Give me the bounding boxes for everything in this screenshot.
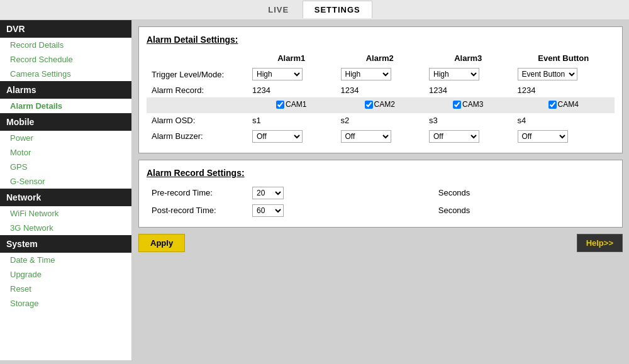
trigger-row: Trigger Level/Mode: High Low High Low xyxy=(147,65,615,83)
col-alarm1: Alarm1 xyxy=(247,51,336,65)
buzzer-alarm2-cell[interactable]: Off On xyxy=(336,128,425,145)
sidebar-item-motor[interactable]: Motor xyxy=(0,145,131,160)
pre-record-row: Pre-record Time: 20 10 30 Seconds xyxy=(147,184,615,202)
alarm-record-event: 1234 xyxy=(513,83,615,97)
top-nav: LIVE SETTINGS xyxy=(0,0,629,20)
trigger-alarm3-select[interactable]: High Low xyxy=(429,68,479,80)
pre-record-select[interactable]: 20 10 30 xyxy=(252,187,284,199)
sidebar-item-power[interactable]: Power xyxy=(0,131,131,145)
cam3-label[interactable]: CAM3 xyxy=(453,100,483,109)
trigger-alarm1-select[interactable]: High Low xyxy=(252,68,303,80)
cam-row: CAM1 CAM2 CAM3 xyxy=(147,97,615,113)
apply-button[interactable]: Apply xyxy=(138,234,185,252)
col-label-empty xyxy=(147,51,247,65)
sidebar-item-3g[interactable]: 3G Network xyxy=(0,221,131,235)
alarm-record-alarm2: 1234 xyxy=(336,83,425,97)
trigger-alarm3-cell[interactable]: High Low xyxy=(424,65,513,83)
alarm-osd-alarm2: s2 xyxy=(336,113,425,128)
sidebar-item-gps[interactable]: GPS xyxy=(0,160,131,174)
trigger-alarm2-select[interactable]: High Low xyxy=(341,68,391,80)
sidebar-item-record-schedule[interactable]: Record Schedule xyxy=(0,52,131,67)
sidebar-header-alarms: Alarms xyxy=(0,81,131,99)
post-record-select[interactable]: 60 30 90 xyxy=(252,204,284,217)
pre-record-value-cell[interactable]: 20 10 30 xyxy=(247,184,436,202)
help-button[interactable]: Help>> xyxy=(577,234,623,252)
cam2-cell[interactable]: CAM2 xyxy=(336,97,425,113)
cam-empty xyxy=(147,97,247,113)
buzzer-alarm3-select[interactable]: Off On xyxy=(429,130,479,143)
alarm-detail-table: Alarm1 Alarm2 Alarm3 Event Button Trigge… xyxy=(147,51,615,145)
post-record-unit: Seconds xyxy=(436,202,615,219)
alarm-buzzer-row: Alarm Buzzer: Off On Off On xyxy=(147,128,615,145)
sidebar-header-mobile: Mobile xyxy=(0,113,131,131)
cam1-cell[interactable]: CAM1 xyxy=(247,97,336,113)
sidebar-header-dvr: DVR xyxy=(0,20,131,38)
buzzer-event-select[interactable]: Off On xyxy=(518,130,568,143)
alarm-osd-label: Alarm OSD: xyxy=(147,113,247,128)
sidebar-item-wifi[interactable]: WiFi Network xyxy=(0,206,131,221)
trigger-event-cell[interactable]: Event Button xyxy=(513,65,615,83)
cam2-checkbox[interactable] xyxy=(365,101,373,109)
cam1-label[interactable]: CAM1 xyxy=(276,100,306,109)
alarm-osd-event: s4 xyxy=(513,113,615,128)
col-alarm3: Alarm3 xyxy=(424,51,513,65)
sidebar-item-record-details[interactable]: Record Details xyxy=(0,38,131,52)
cam4-text: CAM4 xyxy=(558,100,579,109)
cam4-cell[interactable]: CAM4 xyxy=(513,97,615,113)
cam1-text: CAM1 xyxy=(286,100,306,109)
trigger-event-select[interactable]: Event Button xyxy=(518,68,577,80)
sidebar-item-storage[interactable]: Storage xyxy=(0,296,131,311)
alarm-detail-box: Alarm Detail Settings: Alarm1 Alarm2 Ala… xyxy=(138,26,623,153)
post-record-value-cell[interactable]: 60 30 90 xyxy=(247,202,436,219)
buzzer-alarm1-cell[interactable]: Off On xyxy=(247,128,336,145)
sidebar-item-gsensor[interactable]: G-Sensor xyxy=(0,174,131,189)
cam1-checkbox[interactable] xyxy=(276,101,284,109)
alarm-detail-title: Alarm Detail Settings: xyxy=(147,35,615,45)
cam4-label[interactable]: CAM4 xyxy=(548,100,579,109)
record-table: Pre-record Time: 20 10 30 Seconds Post-r… xyxy=(147,184,615,219)
alarm-record-label: Alarm Record: xyxy=(147,83,247,97)
col-event-button: Event Button xyxy=(513,51,615,65)
cam2-text: CAM2 xyxy=(374,100,395,109)
main-layout: DVR Record Details Record Schedule Camer… xyxy=(0,20,629,360)
main-content: Alarm Detail Settings: Alarm1 Alarm2 Ala… xyxy=(132,20,629,360)
buzzer-alarm1-select[interactable]: Off On xyxy=(252,130,303,143)
alarm-record-box: Alarm Record Settings: Pre-record Time: … xyxy=(138,160,623,228)
sidebar-item-alarm-details[interactable]: Alarm Details xyxy=(0,99,131,113)
buzzer-alarm2-select[interactable]: Off On xyxy=(341,130,391,143)
sidebar-item-camera-settings[interactable]: Camera Settings xyxy=(0,67,131,81)
pre-record-unit: Seconds xyxy=(436,184,615,202)
post-record-label: Post-record Time: xyxy=(147,202,247,219)
cam4-checkbox[interactable] xyxy=(548,101,557,109)
sidebar-header-network: Network xyxy=(0,189,131,206)
alarm-osd-alarm3: s3 xyxy=(424,113,513,128)
sidebar: DVR Record Details Record Schedule Camer… xyxy=(0,20,132,360)
pre-record-label: Pre-record Time: xyxy=(147,184,247,202)
alarm-record-alarm3: 1234 xyxy=(424,83,513,97)
sidebar-item-reset[interactable]: Reset xyxy=(0,282,131,296)
alarm-record-title: Alarm Record Settings: xyxy=(147,168,615,178)
buzzer-alarm3-cell[interactable]: Off On xyxy=(424,128,513,145)
alarm-record-row: Alarm Record: 1234 1234 1234 1234 xyxy=(147,83,615,97)
alarm-osd-alarm1: s1 xyxy=(247,113,336,128)
cam3-checkbox[interactable] xyxy=(453,101,461,109)
tab-live[interactable]: LIVE xyxy=(257,1,300,18)
sidebar-header-system: System xyxy=(0,235,131,253)
trigger-label: Trigger Level/Mode: xyxy=(147,65,247,83)
tab-settings[interactable]: SETTINGS xyxy=(303,1,372,18)
sidebar-item-upgrade[interactable]: Upgrade xyxy=(0,267,131,282)
alarm-osd-row: Alarm OSD: s1 s2 s3 s4 xyxy=(147,113,615,128)
trigger-alarm1-cell[interactable]: High Low xyxy=(247,65,336,83)
cam2-label[interactable]: CAM2 xyxy=(365,100,395,109)
cam3-text: CAM3 xyxy=(462,100,483,109)
post-record-row: Post-record Time: 60 30 90 Seconds xyxy=(147,202,615,219)
col-alarm2: Alarm2 xyxy=(336,51,425,65)
trigger-alarm2-cell[interactable]: High Low xyxy=(336,65,425,83)
cam3-cell[interactable]: CAM3 xyxy=(424,97,513,113)
alarm-record-alarm1: 1234 xyxy=(247,83,336,97)
buzzer-event-cell[interactable]: Off On xyxy=(513,128,615,145)
buttons-row: Apply Help>> xyxy=(138,234,623,252)
alarm-buzzer-label: Alarm Buzzer: xyxy=(147,128,247,145)
sidebar-item-datetime[interactable]: Date & Time xyxy=(0,253,131,267)
